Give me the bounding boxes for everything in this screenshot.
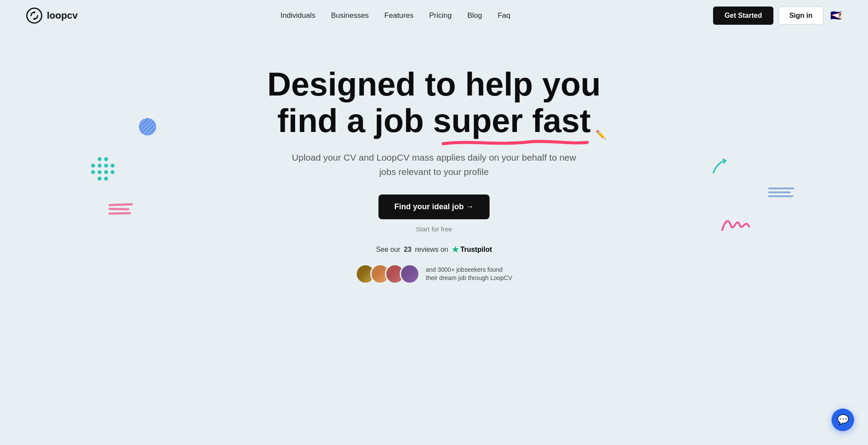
nav-actions: Get Started Sign in 🇦🇸 (713, 7, 842, 25)
nav-individuals[interactable]: Individuals (280, 11, 315, 20)
trustpilot-count: 23 (404, 246, 411, 254)
svg-point-1 (33, 11, 36, 13)
deco-blue-wavy (768, 188, 794, 197)
deco-green-squiggle (710, 157, 729, 178)
nav-features[interactable]: Features (385, 11, 414, 20)
hero-heading: Designed to help you find a job super fa… (267, 66, 601, 138)
navbar: loopcv Individuals Businesses Features P… (0, 0, 868, 31)
avatar-4 (400, 264, 420, 284)
pencil-icon: ✏️ (595, 130, 606, 139)
hero-section: Designed to help you find a job super fa… (0, 31, 868, 310)
trustpilot-row: See our 23 reviews on ★ Trustpilot (376, 245, 492, 254)
hero-subtitle: Upload your CV and LoopCV mass applies d… (286, 151, 582, 179)
red-underline-decoration (441, 138, 589, 146)
chat-icon: 💬 (837, 414, 849, 425)
trustpilot-name: Trustpilot (460, 246, 492, 254)
chat-bubble-button[interactable]: 💬 (832, 409, 854, 431)
nav-links: Individuals Businesses Features Pricing … (280, 11, 510, 20)
nav-pricing[interactable]: Pricing (429, 11, 452, 20)
start-free-text: Start for free (416, 225, 452, 233)
logo[interactable]: loopcv (26, 7, 78, 24)
social-proof-row: and 3000+ jobseekers found their dream j… (355, 264, 513, 284)
get-started-button[interactable]: Get Started (713, 7, 773, 25)
nav-blog[interactable]: Blog (467, 11, 482, 20)
deco-teal-dots (91, 157, 115, 181)
find-ideal-job-button[interactable]: Find your ideal job → (378, 194, 489, 219)
deco-blue-circle (139, 118, 156, 135)
trustpilot-star: ★ (452, 245, 459, 254)
trustpilot-logo[interactable]: ★ Trustpilot (452, 245, 492, 254)
deco-pink-waves (108, 204, 133, 214)
nav-faq[interactable]: Faq (498, 11, 510, 20)
avatar-group (355, 264, 420, 284)
language-icon[interactable]: 🇦🇸 (830, 10, 842, 21)
trustpilot-middle: reviews on (415, 246, 448, 254)
svg-point-0 (27, 8, 42, 23)
logo-text: loopcv (47, 10, 78, 21)
social-proof-text: and 3000+ jobseekers found their dream j… (426, 266, 513, 283)
svg-point-2 (33, 18, 36, 20)
trustpilot-text: See our (376, 246, 400, 254)
deco-pink-scribble (720, 213, 751, 236)
sign-in-button[interactable]: Sign in (779, 7, 823, 25)
logo-icon (26, 7, 43, 24)
nav-businesses[interactable]: Businesses (331, 11, 369, 20)
